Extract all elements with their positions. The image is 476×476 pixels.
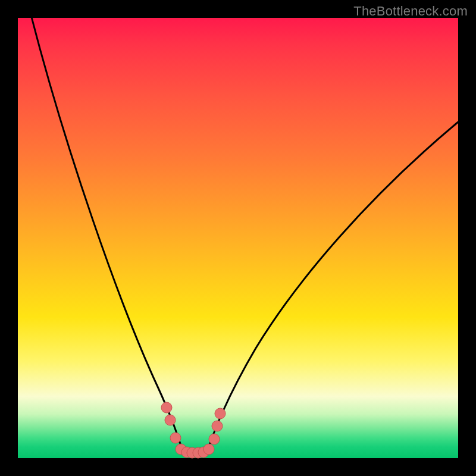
plot-area xyxy=(18,18,458,458)
marker-dot xyxy=(203,444,214,455)
marker-dot xyxy=(215,408,226,419)
marker-dot xyxy=(161,402,172,413)
marker-dot xyxy=(165,415,176,425)
left-branch-curve xyxy=(31,15,183,451)
marker-dot xyxy=(209,434,220,444)
marker-dot xyxy=(170,433,181,443)
right-branch-curve xyxy=(207,122,458,451)
watermark-text: TheBottleneck.com xyxy=(353,4,468,19)
marker-dot xyxy=(212,421,223,431)
valley-markers xyxy=(161,402,226,458)
chart-frame: TheBottleneck.com xyxy=(0,0,476,476)
curves-svg xyxy=(18,18,458,458)
